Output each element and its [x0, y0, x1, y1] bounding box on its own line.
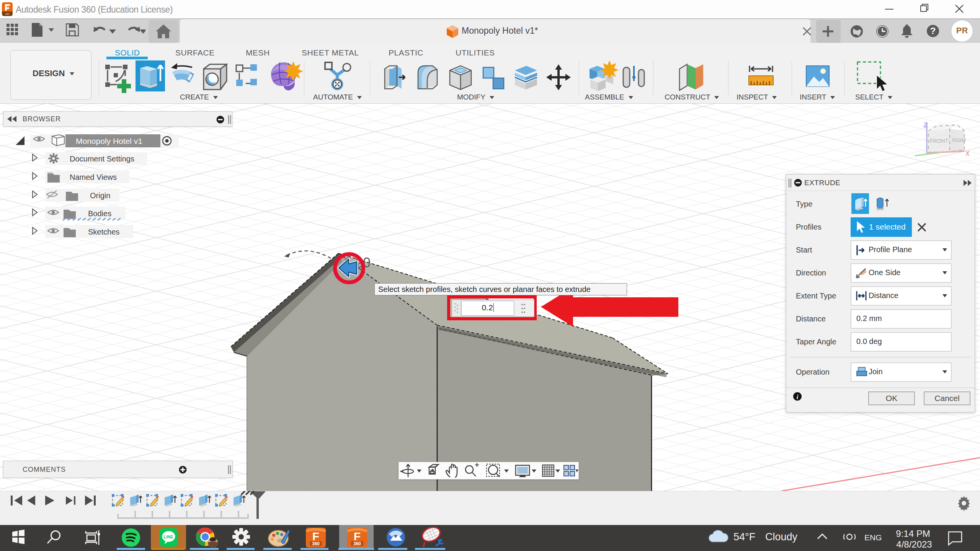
svg-text:ENG: ENG [864, 533, 882, 542]
svg-text:Bodies: Bodies [88, 209, 111, 218]
svg-text:54°F: 54°F [733, 531, 755, 543]
svg-text:Origin: Origin [90, 191, 110, 200]
svg-text:360: 360 [353, 541, 361, 546]
svg-text:4/8/2023: 4/8/2023 [896, 539, 932, 549]
svg-text:9:14 PM: 9:14 PM [896, 528, 930, 539]
svg-text:Document Settings: Document Settings [70, 155, 134, 163]
svg-text:RIGHT: RIGHT [952, 138, 967, 143]
svg-text:Cloudy: Cloudy [765, 531, 798, 543]
svg-text:Sketches: Sketches [88, 228, 119, 236]
svg-text:360: 360 [5, 13, 10, 15]
svg-text:?: ? [930, 26, 936, 36]
svg-text:Monopoly Hotel v1: Monopoly Hotel v1 [76, 137, 142, 145]
svg-text:FRONT: FRONT [930, 138, 949, 144]
svg-text:360: 360 [312, 541, 320, 546]
svg-text:Z: Z [923, 121, 928, 129]
svg-text:i: i [797, 393, 799, 401]
svg-text:X: X [965, 150, 970, 157]
svg-text:Named Views: Named Views [70, 173, 117, 181]
svg-text:LINE: LINE [163, 535, 173, 539]
